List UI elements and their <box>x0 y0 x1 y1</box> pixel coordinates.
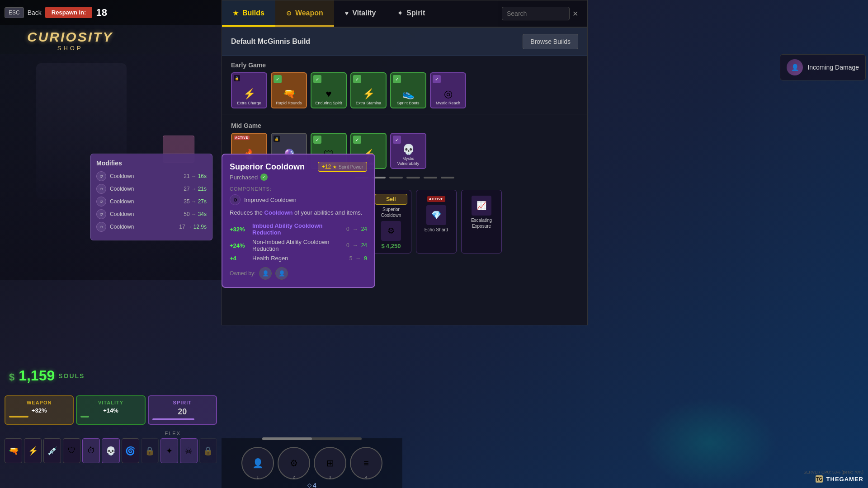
item-slot-3[interactable]: 💉 <box>43 438 61 463</box>
item-sprint-boots[interactable]: ✓ 👟 Sprint Boots <box>390 72 426 108</box>
shop-title: CURIOSITY <box>27 29 113 45</box>
shop-subtitle: SHOP <box>27 45 113 52</box>
modify-icon-5: ⏱ <box>96 222 106 232</box>
owned-by-label: Owned by: <box>230 270 255 277</box>
tooltip-purchased: Purchased ✓ <box>230 174 367 181</box>
item-slot-7[interactable]: 🌀 <box>122 438 139 463</box>
item-check-3: ✓ <box>353 75 361 83</box>
shop-logo-container: CURIOSITY SHOP <box>27 29 113 52</box>
item-extra-charge[interactable]: 🔒 ⚡ Extra Charge <box>231 72 267 108</box>
modify-values-5: 17→12.9s <box>179 224 207 230</box>
item-rapid-rounds[interactable]: ✓ 🔫 Rapid Rounds <box>271 72 307 108</box>
tooltip-header: Superior Cooldown +12 ★ Spirit Power <box>230 162 367 172</box>
modify-icon-2: ⏱ <box>96 184 106 194</box>
early-game-label: Early Game <box>222 56 587 72</box>
item-slot-2[interactable]: ⚡ <box>24 438 42 463</box>
echo-shard-name: Echo Shard <box>420 227 453 233</box>
early-game-items: 🔒 ⚡ Extra Charge ✓ 🔫 Rapid Rounds ✓ ♥ En… <box>222 72 587 114</box>
item-name-3: Extra Stamina <box>356 101 382 106</box>
echo-shard-card: ACTIVE 💎 Echo Shard <box>416 190 457 253</box>
item-extra-stamina[interactable]: ✓ ⚡ Extra Stamina <box>350 72 387 108</box>
thegamer-logo-icon: TG <box>815 474 824 483</box>
incoming-damage-panel: 👤 Incoming Damage <box>780 54 866 80</box>
sell-button[interactable]: Sell <box>375 194 407 205</box>
modify-values-3: 35→27s <box>184 198 207 205</box>
souls-symbol: $ <box>9 371 14 383</box>
tabs-bar: ★ Builds ⊙ Weapon ♥ Vitality ✦ Spirit ✕ <box>222 0 587 28</box>
purchased-text: Purchased <box>230 174 258 181</box>
item-mystic-reach[interactable]: ✓ ◎ Mystic Reach <box>430 72 466 108</box>
back-button[interactable]: Back <box>28 9 42 16</box>
modify-values-2: 27→21s <box>184 186 207 192</box>
sell-item-icon: ⚙ <box>381 221 401 241</box>
modify-row-5: ⏱ Cooldown 17→12.9s <box>96 222 207 232</box>
item-slot-10[interactable]: ☠ <box>180 438 198 463</box>
tab-weapon[interactable]: ⊙ Weapon <box>275 0 334 27</box>
item-enduring-spirit[interactable]: ✓ ♥ Enduring Spirit <box>311 72 347 108</box>
vitality-stat: VITALITY +14% <box>76 395 145 425</box>
esc-button[interactable]: ESC <box>5 7 24 18</box>
server-info: SERVER CPU: 53% (peak: 70%) <box>804 470 863 474</box>
mid-item-check-2: ✓ <box>313 136 321 144</box>
svg-text:TG: TG <box>816 477 822 482</box>
tooltip-badge: +12 ★ Spirit Power <box>318 162 367 172</box>
respawn-label: Respawn in: <box>52 9 86 16</box>
item-mystic-vulnerability[interactable]: ✓ 💀 Mystic Vulnerability <box>390 133 426 169</box>
ability-slot-3[interactable]: ⊞ 3 <box>314 447 346 479</box>
search-bar: ✕ <box>497 0 587 28</box>
ability-slot-4[interactable]: ≡ 4 <box>350 447 382 479</box>
sell-price: $ 4,250 <box>375 243 407 249</box>
slot-num-3: 3 <box>329 475 331 479</box>
mid-item-check-4: ✓ <box>393 136 401 144</box>
item-check-5: ✓ <box>433 75 441 83</box>
item-name-0: Extra Charge <box>237 101 261 106</box>
browse-builds-button[interactable]: Browse Builds <box>523 34 578 49</box>
weapon-tab-icon: ⊙ <box>286 9 292 17</box>
damage-avatar: 👤 <box>787 59 803 75</box>
search-close-icon[interactable]: ✕ <box>572 9 578 18</box>
item-name-4: Sprint Boots <box>397 101 419 106</box>
modify-row-4: ⏱ Cooldown 50→34s <box>96 209 207 219</box>
item-check-4: ✓ <box>393 75 401 83</box>
tooltip-title: Superior Cooldown <box>230 162 305 172</box>
vitality-bar <box>80 416 89 418</box>
modify-name-3: Cooldown <box>110 198 180 205</box>
modify-name-2: Cooldown <box>110 186 180 192</box>
ability-count: 4 <box>313 482 316 488</box>
item-slot-8: 🔒 <box>141 438 159 463</box>
item-icon-4: 👟 <box>402 88 415 100</box>
stat-bonus-2: +4 <box>230 255 252 262</box>
item-lock-icon: 🔒 <box>234 75 240 81</box>
item-check-1: ✓ <box>274 75 282 83</box>
tab-spirit[interactable]: ✦ Spirit <box>387 0 436 27</box>
ability-count-display: ◇ 4 <box>307 482 316 488</box>
sell-card-superior-cooldown: Sell Superior Cooldown ⚙ $ 4,250 <box>371 190 411 253</box>
scroll-bar <box>262 437 362 440</box>
vitality-tab-icon: ♥ <box>345 9 349 17</box>
souls-label: SOULS <box>58 372 85 380</box>
tab-builds[interactable]: ★ Builds <box>222 0 275 27</box>
item-slot-6[interactable]: 💀 <box>102 438 119 463</box>
item-slot-4[interactable]: 🛡 <box>63 438 80 463</box>
vitality-pct: +14% <box>80 407 141 414</box>
tab-vitality[interactable]: ♥ Vitality <box>334 0 387 27</box>
modify-row-2: ⏱ Cooldown 27→21s <box>96 184 207 194</box>
modify-values-1: 21→16s <box>184 173 207 179</box>
search-input[interactable] <box>502 7 570 20</box>
spirit-tab-label: Spirit <box>406 9 425 17</box>
component-icon: ⚙ <box>230 194 241 205</box>
slot-num-1: 1 <box>256 475 259 479</box>
stat-row-1: +24% Non-Imbued Ability Cooldown Reducti… <box>230 239 367 252</box>
item-slot-5[interactable]: ⏱ <box>82 438 100 463</box>
stat-progress-0: 0 → 24 <box>346 226 367 232</box>
thegamer-watermark: TG THEGAMER <box>815 474 863 483</box>
scroll-dot-4 <box>406 177 420 178</box>
ability-slot-2[interactable]: ⚙ 2 <box>278 447 310 479</box>
souls-amount: $ 1,159 <box>9 367 55 384</box>
item-slot-1[interactable]: 🔫 <box>5 438 22 463</box>
component-row: ⚙ Improved Cooldown <box>230 194 367 205</box>
bottom-bar: 👤 1 ⚙ 2 ⊞ 3 ≡ 4 ◇ 4 <box>222 438 402 488</box>
item-icon-3: ⚡ <box>363 88 375 100</box>
item-slot-9[interactable]: ✦ <box>160 438 178 463</box>
ability-slot-1[interactable]: 👤 1 <box>241 447 274 479</box>
